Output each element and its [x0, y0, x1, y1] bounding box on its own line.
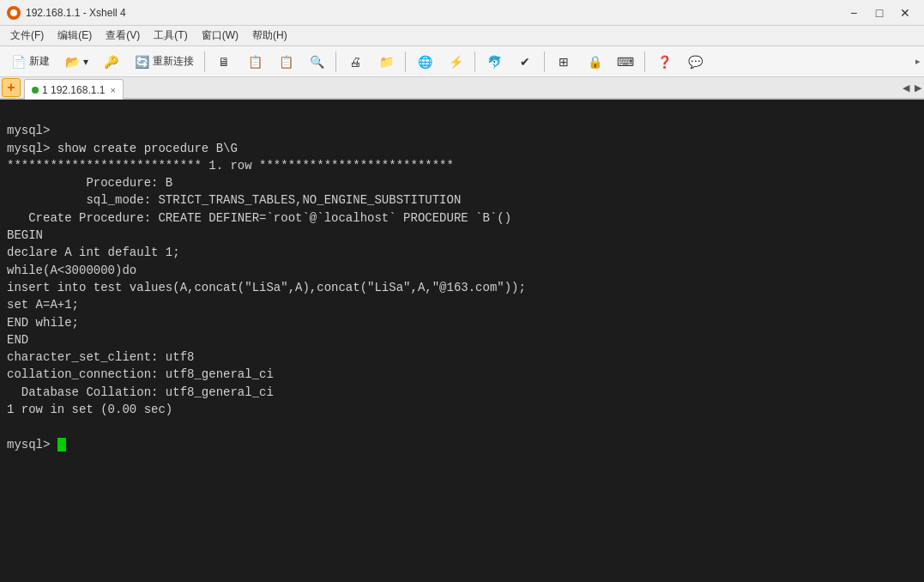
title-controls: − □ ✕ [842, 3, 917, 22]
help-button[interactable]: ❓ [649, 50, 679, 74]
reconnect-icon: 🔄 [133, 53, 150, 70]
menu-tools[interactable]: 工具(T) [147, 27, 194, 45]
xshell-icon [7, 6, 21, 20]
window-title: 192.168.1.1 - Xshell 4 [26, 7, 126, 19]
check-icon: ✔ [516, 53, 534, 70]
separator-3 [405, 52, 406, 72]
copy-icon: 📋 [246, 53, 263, 70]
separator-6 [644, 52, 645, 72]
tab-label: 1 192.168.1.1 [42, 84, 105, 96]
open-icon: 📂 [63, 53, 81, 70]
tabs-nav: ◀ ▶ [900, 82, 924, 94]
tab-close-button[interactable]: × [110, 85, 115, 95]
menu-bar: 文件(F) 编辑(E) 查看(V) 工具(T) 窗口(W) 帮助(H) [0, 26, 924, 46]
terminal-cursor [57, 438, 66, 452]
web-button[interactable]: 🌐 [410, 50, 439, 74]
grid-button[interactable]: ⊞ [549, 50, 578, 74]
paste-icon: 📋 [277, 53, 294, 70]
screen-icon: 🖥 [215, 53, 233, 70]
toolbar-end: ▸ [915, 56, 921, 67]
toolbar: 📄 新建 📂 ▾ 🔑 🔄 重新连接 🖥 📋 📋 🔍 🖨 📁 🌐 ⚡ 🐬 [0, 46, 924, 77]
keyboard-icon: ⌨ [617, 53, 634, 70]
toolbar-scroll-right[interactable]: ▸ [915, 56, 921, 67]
terminal[interactable]: mysql> mysql> show create procedure B\G … [0, 100, 924, 582]
key-icon: 🔑 [102, 53, 119, 70]
title-bar: 192.168.1.1 - Xshell 4 − □ ✕ [0, 0, 924, 26]
help-icon: ❓ [655, 53, 673, 70]
tab-session-1[interactable]: 1 192.168.1.1 × [24, 79, 124, 100]
menu-window[interactable]: 窗口(W) [195, 27, 245, 45]
print-button[interactable]: 🖨 [341, 50, 370, 74]
lock-icon: 🔒 [586, 53, 603, 70]
menu-view[interactable]: 查看(V) [99, 27, 147, 45]
chat-icon: 💬 [686, 53, 704, 70]
title-bar-left: 192.168.1.1 - Xshell 4 [7, 6, 126, 20]
transfer-button[interactable]: 📁 [371, 50, 401, 74]
separator-1 [204, 52, 205, 72]
terminal-content: mysql> mysql> show create procedure B\G … [7, 124, 526, 451]
screen-button[interactable]: 🖥 [209, 50, 239, 74]
lock-button[interactable]: 🔒 [580, 50, 609, 74]
sql-icon: 🐬 [486, 53, 503, 70]
add-tab-button[interactable]: + [2, 78, 21, 97]
paste-button[interactable]: 📋 [271, 50, 300, 74]
close-button[interactable]: ✕ [893, 3, 917, 22]
flash-icon: ⚡ [447, 53, 464, 70]
minimize-button[interactable]: − [842, 3, 866, 22]
menu-edit[interactable]: 编辑(E) [51, 27, 99, 45]
web-icon: 🌐 [416, 53, 433, 70]
maximize-button[interactable]: □ [867, 3, 891, 22]
chat-button[interactable]: 💬 [680, 50, 710, 74]
new-label: 新建 [29, 54, 50, 69]
copy-button[interactable]: 📋 [240, 50, 269, 74]
tabs-next-button[interactable]: ▶ [912, 82, 924, 94]
tabs-bar: + 1 192.168.1.1 × ◀ ▶ [0, 77, 924, 100]
open-arrow: ▾ [83, 56, 88, 68]
tabs-prev-button[interactable]: ◀ [900, 82, 912, 94]
separator-2 [335, 52, 336, 72]
menu-help[interactable]: 帮助(H) [245, 27, 294, 45]
print-icon: 🖨 [347, 53, 364, 70]
menu-file[interactable]: 文件(F) [3, 27, 51, 45]
new-button[interactable]: 📄 新建 [3, 50, 56, 74]
keyboard-button[interactable]: ⌨ [611, 50, 640, 74]
open-button[interactable]: 📂 ▾ [57, 50, 94, 74]
tab-status-dot [32, 87, 39, 94]
flash-button[interactable]: ⚡ [441, 50, 470, 74]
reconnect-button[interactable]: 🔄 重新连接 [127, 50, 200, 74]
key-button[interactable]: 🔑 [96, 50, 125, 74]
separator-4 [474, 52, 475, 72]
sql-button[interactable]: 🐬 [480, 50, 509, 74]
check-button[interactable]: ✔ [510, 50, 540, 74]
transfer-icon: 📁 [377, 53, 395, 70]
grid-icon: ⊞ [555, 53, 572, 70]
separator-5 [544, 52, 545, 72]
new-icon: 📄 [9, 53, 27, 70]
search-button[interactable]: 🔍 [302, 50, 331, 74]
reconnect-label: 重新连接 [153, 54, 194, 69]
search-icon: 🔍 [308, 53, 325, 70]
